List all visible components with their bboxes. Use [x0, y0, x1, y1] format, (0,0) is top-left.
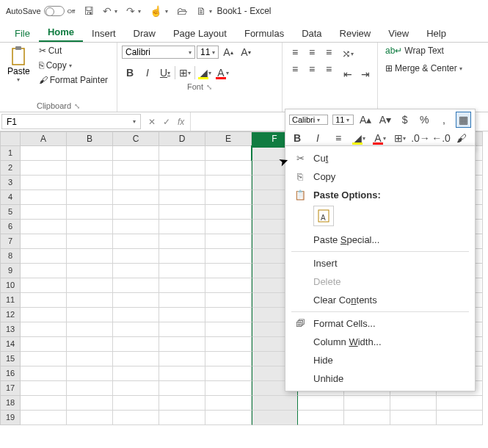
cell[interactable]: [205, 366, 252, 381]
cell[interactable]: [159, 396, 205, 411]
cell[interactable]: [113, 264, 159, 278]
autosave-toggle[interactable]: AutoSave Off: [6, 6, 75, 16]
cell[interactable]: [159, 381, 205, 396]
cell[interactable]: [67, 381, 113, 396]
cell[interactable]: [159, 234, 205, 249]
cell[interactable]: [159, 249, 205, 264]
cell[interactable]: [205, 278, 252, 293]
cell[interactable]: [205, 146, 252, 161]
merge-center-button[interactable]: ⊞Merge & Center ▾: [382, 62, 476, 75]
redo-icon[interactable]: ↷: [126, 5, 135, 17]
cm-paste-special[interactable]: Paste Special...: [285, 231, 475, 249]
fill-color-button[interactable]: ◢▾: [197, 65, 213, 81]
cell[interactable]: [205, 308, 252, 322]
col-header-d[interactable]: D: [159, 131, 205, 146]
cell[interactable]: [21, 220, 67, 234]
cell[interactable]: [21, 190, 67, 205]
cell[interactable]: [390, 411, 437, 425]
cell[interactable]: [67, 337, 113, 352]
cell[interactable]: [437, 411, 483, 425]
row-header[interactable]: 3: [0, 176, 21, 190]
tab-home[interactable]: Home: [39, 24, 83, 42]
cell[interactable]: [159, 322, 205, 337]
cell[interactable]: [113, 278, 159, 293]
underline-button[interactable]: U▾: [157, 65, 173, 81]
cell[interactable]: [67, 293, 113, 308]
cell[interactable]: [21, 381, 67, 396]
row-header[interactable]: 12: [0, 308, 21, 322]
cell[interactable]: [21, 352, 67, 366]
row-header[interactable]: 6: [0, 220, 21, 234]
cell[interactable]: [113, 308, 159, 322]
cm-insert[interactable]: Insert: [285, 254, 475, 272]
cell[interactable]: [205, 322, 252, 337]
font-name-select[interactable]: Calibri▾: [122, 46, 195, 59]
cell[interactable]: [205, 190, 252, 205]
cell[interactable]: [67, 366, 113, 381]
paste-option-all[interactable]: A: [313, 206, 334, 226]
cell[interactable]: [21, 322, 67, 337]
cm-column-width[interactable]: Column Width...: [285, 333, 475, 351]
cell[interactable]: [113, 352, 159, 366]
cell[interactable]: [67, 234, 113, 249]
mini-increase-font-icon[interactable]: A▴: [358, 112, 374, 128]
row-header[interactable]: 11: [0, 293, 21, 308]
cell[interactable]: [205, 337, 252, 352]
cell[interactable]: [67, 264, 113, 278]
cell[interactable]: [437, 396, 483, 411]
dialog-launcher-icon[interactable]: ⤡: [206, 83, 212, 91]
mini-table-icon[interactable]: ▦: [456, 112, 471, 128]
mini-size-select[interactable]: 11▾: [332, 115, 354, 125]
row-header[interactable]: 15: [0, 352, 21, 366]
cell[interactable]: [21, 146, 67, 161]
increase-font-icon[interactable]: A▴: [220, 44, 236, 60]
cell[interactable]: [205, 293, 252, 308]
col-header-e[interactable]: E: [205, 131, 252, 146]
cell[interactable]: [21, 234, 67, 249]
cell[interactable]: [67, 308, 113, 322]
cell[interactable]: [21, 205, 67, 220]
row-header[interactable]: 14: [0, 337, 21, 352]
mini-font-select[interactable]: Calibri▾: [289, 115, 328, 125]
cell[interactable]: [390, 396, 437, 411]
align-right-icon[interactable]: ≡: [321, 61, 337, 77]
cell[interactable]: [67, 278, 113, 293]
enter-formula-icon[interactable]: ✓: [163, 117, 170, 127]
cell[interactable]: [113, 322, 159, 337]
mini-dec-decimal-icon[interactable]: ←.0: [433, 130, 449, 146]
font-size-select[interactable]: 11▾: [197, 46, 219, 59]
cell[interactable]: [205, 381, 252, 396]
row-header[interactable]: 9: [0, 264, 21, 278]
cell[interactable]: [113, 190, 159, 205]
mini-currency-icon[interactable]: $: [397, 112, 412, 128]
cell[interactable]: [298, 411, 344, 425]
cell[interactable]: [67, 190, 113, 205]
mini-format-painter-icon[interactable]: 🖌: [454, 130, 470, 146]
align-top-icon[interactable]: ≡: [287, 44, 303, 60]
cell[interactable]: [113, 293, 159, 308]
cell[interactable]: [205, 205, 252, 220]
mini-fill-color-button[interactable]: ◢▾: [351, 130, 367, 146]
cell[interactable]: [159, 366, 205, 381]
cut-button[interactable]: ✂Cut: [36, 44, 111, 57]
save-icon[interactable]: 🖫: [84, 5, 94, 17]
cell[interactable]: [298, 396, 344, 411]
cell[interactable]: [21, 161, 67, 176]
tab-view[interactable]: View: [379, 25, 418, 42]
cell[interactable]: [21, 293, 67, 308]
cell[interactable]: [21, 249, 67, 264]
paste-button[interactable]: Paste ▾: [4, 44, 33, 84]
cell[interactable]: [159, 293, 205, 308]
cell[interactable]: [205, 249, 252, 264]
cell[interactable]: [113, 249, 159, 264]
col-header-a[interactable]: A: [21, 131, 67, 146]
cell[interactable]: [344, 411, 390, 425]
cm-clear-contents[interactable]: Clear Contents: [285, 291, 475, 309]
orientation-button[interactable]: ⤭▾: [340, 46, 356, 62]
select-all-corner[interactable]: [0, 131, 21, 146]
row-header[interactable]: 4: [0, 190, 21, 205]
new-icon[interactable]: 🗎: [196, 5, 206, 17]
row-header[interactable]: 13: [0, 322, 21, 337]
row-header[interactable]: 10: [0, 278, 21, 293]
cell[interactable]: [205, 161, 252, 176]
